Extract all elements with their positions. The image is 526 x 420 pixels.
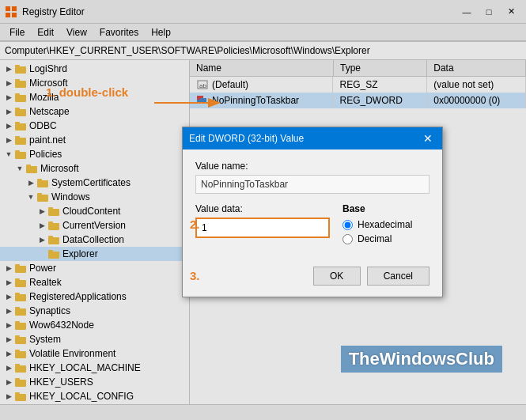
hexadecimal-label: Hexadecimal [358,219,412,230]
base-section: Base Hexadecimal Decimal [342,203,430,248]
dialog-input-row: Value data: Base Hexadecimal Decimal [195,203,430,248]
value-data-label: Value data: [195,203,330,214]
decimal-option[interactable]: Decimal [342,233,430,244]
decimal-label: Decimal [358,233,392,244]
ok-button[interactable]: OK [313,267,361,286]
edit-dword-dialog: Edit DWORD (32-bit) Value ✕ Value name: … [182,127,443,297]
dialog-body: Value name: NoPinningToTaskbar Value dat… [183,149,442,297]
value-name-label: Value name: [195,161,430,172]
dialog-title: Edit DWORD (32-bit) Value [189,133,304,144]
dialog-close-button[interactable]: ✕ [420,132,436,145]
hexadecimal-radio[interactable] [342,220,353,230]
hexadecimal-option[interactable]: Hexadecimal [342,219,430,230]
value-name-display: NoPinningToTaskbar [195,175,430,194]
base-label: Base [342,203,430,214]
cancel-button[interactable]: Cancel [367,267,430,286]
value-data-input[interactable] [195,218,330,238]
dialog-title-bar: Edit DWORD (32-bit) Value ✕ [183,127,442,149]
dialog-buttons: OK Cancel [195,260,430,286]
decimal-radio[interactable] [342,234,353,244]
value-data-section: Value data: [195,203,330,238]
